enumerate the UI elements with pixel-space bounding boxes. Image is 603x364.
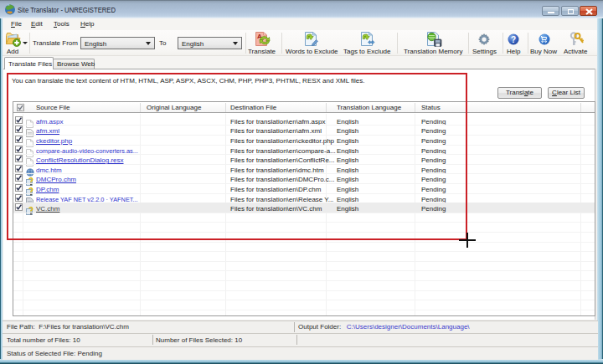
svg-text:?: ? xyxy=(511,35,516,44)
